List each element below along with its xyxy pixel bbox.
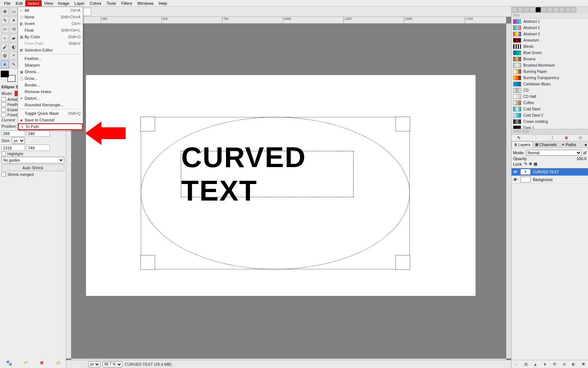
- pos-x-input[interactable]: [1, 130, 25, 137]
- menu-item-shrink[interactable]: ▣Shrink...: [18, 68, 83, 75]
- layer-list[interactable]: 👁TCURVED TEXT👁Background: [512, 168, 588, 360]
- move-tool[interactable]: ✥: [1, 7, 9, 15]
- transform-tool[interactable]: ⟲: [10, 25, 18, 33]
- gradient-item[interactable]: Browns: [512, 56, 588, 62]
- gradient-item[interactable]: Abstract 2: [512, 25, 588, 31]
- size-unit[interactable]: px: [12, 137, 25, 144]
- tab-icon[interactable]: [530, 7, 535, 13]
- tab-paths[interactable]: ⫘ Paths: [559, 142, 578, 148]
- status-unit[interactable]: px: [88, 361, 100, 367]
- handle-br[interactable]: [395, 255, 410, 270]
- smudge-tool[interactable]: ༄: [10, 52, 18, 60]
- delete-icon[interactable]: ✖: [564, 135, 568, 141]
- delete-icon[interactable]: ✖: [40, 360, 44, 366]
- menu-item-rounded-rectangle[interactable]: Rounded Rectangle...: [18, 102, 83, 108]
- menu-edit[interactable]: Edit: [13, 0, 25, 6]
- menu-item-all[interactable]: □AllCtrl+A: [18, 7, 83, 14]
- tab-layers[interactable]: ≣ Layers: [512, 141, 533, 148]
- color-picker-tool[interactable]: ✎: [10, 60, 18, 68]
- gradient-item[interactable]: Blinds: [512, 43, 588, 50]
- fixed-check[interactable]: [1, 113, 6, 117]
- tags-row[interactable]: enter tags: [512, 129, 588, 135]
- menu-item-toggle-quick-mask[interactable]: Toggle Quick MaskShift+Q: [18, 110, 83, 117]
- menu-layer[interactable]: Layer: [72, 0, 87, 6]
- layer-row[interactable]: 👁TCURVED TEXT: [512, 168, 588, 176]
- menu-item-float[interactable]: FloatShift+Ctrl+L: [18, 27, 83, 33]
- tab-icon[interactable]: [512, 7, 517, 13]
- warp-tool[interactable]: ⌁: [1, 34, 9, 42]
- tab-icon[interactable]: [565, 7, 570, 13]
- mask-icon[interactable]: ◐: [571, 362, 576, 367]
- canvas[interactable]: CURVED TEXT: [86, 75, 476, 296]
- menu-item-by-color[interactable]: ▦By ColorShift+O: [18, 33, 83, 40]
- text-layer-box[interactable]: CURVED TEXT: [181, 151, 354, 197]
- gradient-item[interactable]: CD: [512, 87, 588, 93]
- new-icon[interactable]: 📄: [531, 135, 537, 141]
- fuzzy-select-tool[interactable]: ✦: [10, 16, 18, 24]
- menu-item-remove-holes[interactable]: Remove Holes: [18, 88, 83, 95]
- free-select-tool[interactable]: ✎: [1, 16, 9, 24]
- gradient-list[interactable]: Abstract 1Abstract 2Abstract 3AneurismBl…: [512, 18, 588, 129]
- tab-icon[interactable]: [541, 7, 547, 13]
- bucket-tool[interactable]: ▰: [10, 34, 18, 42]
- rect-select-tool[interactable]: ▭: [10, 7, 18, 15]
- gradient-item[interactable]: Burning Transparency: [512, 75, 588, 81]
- tab-icon[interactable]: [524, 7, 529, 13]
- layer-down-icon[interactable]: ▼: [542, 362, 548, 367]
- tab-icon[interactable]: [518, 7, 523, 13]
- menu-item-selection-editor[interactable]: ◩Selection Editor: [18, 47, 83, 53]
- dock-config-icon[interactable]: ◂: [583, 142, 588, 147]
- refresh-icon[interactable]: ⟳: [579, 135, 582, 141]
- dup-layer-icon[interactable]: ⧉: [552, 362, 557, 367]
- visibility-icon[interactable]: 👁: [513, 177, 518, 183]
- size-w-input[interactable]: [1, 145, 25, 151]
- visibility-icon[interactable]: 👁: [513, 169, 518, 175]
- gradient-item[interactable]: Abstract 3: [512, 31, 588, 37]
- menu-item-save-to-channel[interactable]: ■Save to Channel: [18, 117, 83, 123]
- gradient-item[interactable]: Brushed Aluminium: [512, 62, 588, 68]
- menu-item-distort[interactable]: ✦Distort...: [18, 95, 83, 102]
- tab-icon[interactable]: [571, 7, 576, 13]
- pos-y-input[interactable]: [26, 130, 50, 137]
- menu-view[interactable]: View: [42, 0, 55, 6]
- gradient-item[interactable]: Caribbean Blues: [512, 81, 588, 87]
- layer-group-icon[interactable]: ▥: [523, 362, 528, 367]
- undo-icon[interactable]: ↶: [24, 360, 28, 366]
- del-layer-icon[interactable]: ✖: [581, 362, 586, 367]
- menu-tools[interactable]: Tools: [104, 0, 119, 6]
- menu-item-invert[interactable]: ◧InvertCtrl+I: [18, 20, 83, 27]
- handle-tr[interactable]: [395, 117, 410, 131]
- gradient-item[interactable]: Blue Green: [512, 50, 588, 56]
- scrollbar-vertical[interactable]: [506, 24, 511, 358]
- crop-tool[interactable]: ✂: [1, 25, 9, 33]
- menu-item-border[interactable]: Border...: [18, 82, 83, 88]
- layer-row[interactable]: 👁Background: [512, 176, 588, 184]
- gradient-item[interactable]: Abstract 1: [512, 18, 588, 25]
- text-tool[interactable]: A: [1, 60, 9, 68]
- lock-pos-icon[interactable]: ✥: [529, 162, 532, 166]
- viewport[interactable]: CURVED TEXT: [71, 24, 506, 358]
- size-h-input[interactable]: [26, 145, 50, 151]
- antialias-check[interactable]: [1, 97, 6, 102]
- gradient-item[interactable]: Aneurism: [512, 37, 588, 43]
- merge-icon[interactable]: ⇊: [562, 362, 567, 367]
- tab-icon[interactable]: [547, 7, 553, 13]
- highlight-check[interactable]: [1, 152, 6, 156]
- menu-windows[interactable]: Windows: [135, 0, 156, 6]
- tab-icon[interactable]: [553, 7, 559, 13]
- gradient-item[interactable]: Coffee: [512, 100, 588, 106]
- menu-item-none[interactable]: ▢NoneShift+Ctrl+A: [18, 14, 83, 20]
- menu-select[interactable]: Select: [25, 0, 42, 6]
- menu-file[interactable]: File: [1, 0, 13, 6]
- guides-select[interactable]: No guides: [1, 157, 64, 163]
- gradient-item[interactable]: Crown molding: [512, 118, 588, 125]
- clone-tool[interactable]: ✿: [1, 52, 9, 60]
- tab-channels[interactable]: ▦ Channels: [533, 142, 559, 148]
- edit-icon[interactable]: ✎: [517, 135, 521, 141]
- menu-help[interactable]: Help: [156, 0, 170, 6]
- shrink-merged-check[interactable]: [1, 172, 6, 177]
- gradient-item[interactable]: Dark 1: [512, 125, 588, 129]
- tab-icon[interactable]: [535, 7, 541, 13]
- wilber-icon[interactable]: 🐾: [6, 360, 12, 366]
- menu-item-feather[interactable]: Feather...: [18, 55, 83, 62]
